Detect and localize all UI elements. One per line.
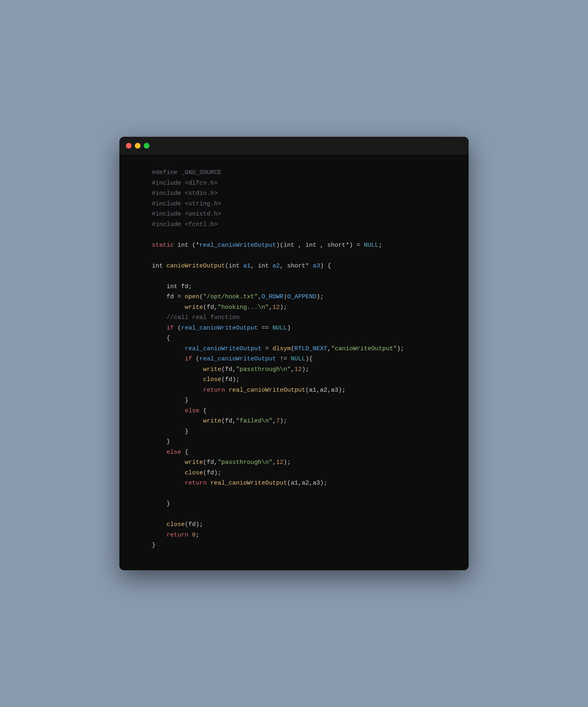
code-line: close(fd); bbox=[152, 519, 449, 530]
code-line: fd = open("/opt/hook.txt",O_RDWR|O_APPEN… bbox=[152, 292, 449, 302]
code-line: } bbox=[152, 427, 449, 437]
code-line: static int (*real_canioWriteOutput)(int … bbox=[152, 240, 449, 251]
minimize-button[interactable] bbox=[135, 143, 141, 149]
code-line: else { bbox=[152, 447, 449, 458]
code-line: write(fd,"failed\n",7); bbox=[152, 416, 449, 427]
code-line: int canioWriteOutput(int a1, int a2, sho… bbox=[152, 261, 449, 272]
code-line: #include <unistd.h> bbox=[152, 209, 449, 220]
code-line: write(fd,"passthrough\n",12); bbox=[152, 364, 449, 375]
code-line: write(fd,"hooking...\n",12); bbox=[152, 302, 449, 313]
blank-line bbox=[152, 509, 449, 520]
titlebar bbox=[119, 137, 469, 155]
code-line: #define _GNU_SOURCE bbox=[152, 168, 449, 178]
code-line: //call real function bbox=[152, 313, 449, 323]
code-line: write(fd,"passthrough\n",12); bbox=[152, 457, 449, 468]
code-line: if (real_canioWriteOutput == NULL) bbox=[152, 323, 449, 334]
maximize-button[interactable] bbox=[144, 143, 149, 149]
code-line: } bbox=[152, 499, 449, 509]
blank-line bbox=[152, 489, 449, 499]
code-line: close(fd); bbox=[152, 468, 449, 479]
code-line: if (real_canioWriteOutput != NULL){ bbox=[152, 354, 449, 364]
code-line: real_canioWriteOutput = dlsym(RTLD_NEXT,… bbox=[152, 344, 449, 354]
code-line: return 0; bbox=[152, 530, 449, 541]
code-line: #include <stdio.h> bbox=[152, 188, 449, 199]
code-window: #define _GNU_SOURCE #include <dlfcn.h> #… bbox=[119, 137, 469, 570]
code-line: } bbox=[152, 395, 449, 406]
code-editor: #define _GNU_SOURCE #include <dlfcn.h> #… bbox=[119, 155, 469, 570]
code-line: else { bbox=[152, 406, 449, 416]
code-line: close(fd); bbox=[152, 375, 449, 385]
code-line: return real_canioWriteOutput(a1,a2,a3); bbox=[152, 478, 449, 489]
code-line: } bbox=[152, 437, 449, 447]
code-line: } bbox=[152, 540, 449, 551]
code-line: int fd; bbox=[152, 282, 449, 292]
blank-line bbox=[152, 230, 449, 240]
code-line: #include <fcntl.h> bbox=[152, 220, 449, 230]
close-button[interactable] bbox=[126, 143, 132, 149]
code-line: #include <dlfcn.h> bbox=[152, 178, 449, 189]
blank-line bbox=[152, 271, 449, 282]
blank-line bbox=[152, 250, 449, 261]
code-line: { bbox=[152, 333, 449, 344]
code-line: #include <string.h> bbox=[152, 199, 449, 209]
code-line: return real_canioWriteOutput(a1,a2,a3); bbox=[152, 385, 449, 396]
